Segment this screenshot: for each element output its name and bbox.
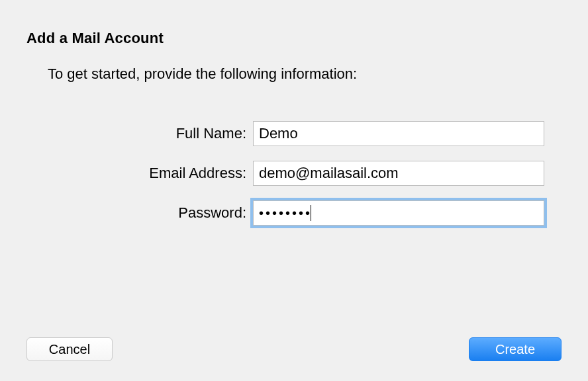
password-row: Password: •••••••• xyxy=(26,200,562,226)
button-row: Cancel Create xyxy=(26,337,562,361)
full-name-input[interactable] xyxy=(253,121,544,146)
email-label: Email Address: xyxy=(26,165,246,182)
email-input[interactable] xyxy=(253,161,544,186)
dialog-subtitle: To get started, provide the following in… xyxy=(48,65,562,83)
cancel-button[interactable]: Cancel xyxy=(26,337,113,361)
dialog-title: Add a Mail Account xyxy=(26,30,562,47)
full-name-row: Full Name: xyxy=(26,121,562,146)
full-name-label: Full Name: xyxy=(26,125,246,142)
add-mail-account-dialog: Add a Mail Account To get started, provi… xyxy=(0,0,588,381)
password-input[interactable]: •••••••• xyxy=(253,200,544,226)
account-form: Full Name: Email Address: Password: ••••… xyxy=(26,121,562,226)
password-label: Password: xyxy=(26,204,246,222)
password-masked-value: •••••••• xyxy=(259,206,312,220)
email-row: Email Address: xyxy=(26,161,562,186)
create-button[interactable]: Create xyxy=(469,337,562,361)
text-caret xyxy=(311,205,311,221)
